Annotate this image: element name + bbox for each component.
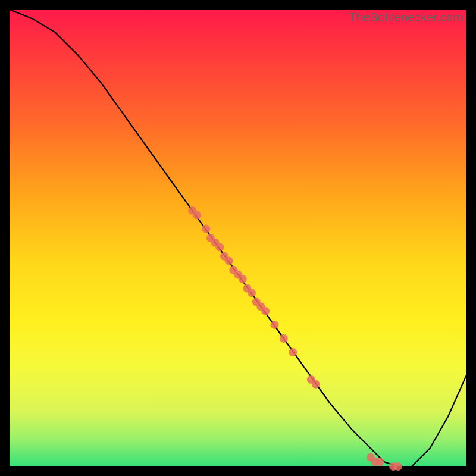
marker-point (375, 458, 384, 466)
marker-group (188, 206, 402, 471)
chart-stage: TheBottlenecker.com (0, 0, 476, 476)
chart-plot-area: TheBottlenecker.com (10, 10, 466, 466)
marker-point (289, 348, 297, 356)
marker-point (248, 289, 256, 297)
marker-point (239, 275, 247, 283)
marker-point (225, 256, 233, 265)
marker-point (312, 380, 320, 389)
marker-point (193, 211, 201, 220)
marker-point (215, 243, 224, 251)
bottleneck-curve (10, 10, 466, 466)
marker-point (270, 321, 278, 329)
marker-point (280, 334, 288, 343)
marker-point (261, 307, 270, 315)
chart-svg (10, 10, 466, 466)
marker-point (202, 225, 210, 233)
marker-point (394, 462, 402, 471)
